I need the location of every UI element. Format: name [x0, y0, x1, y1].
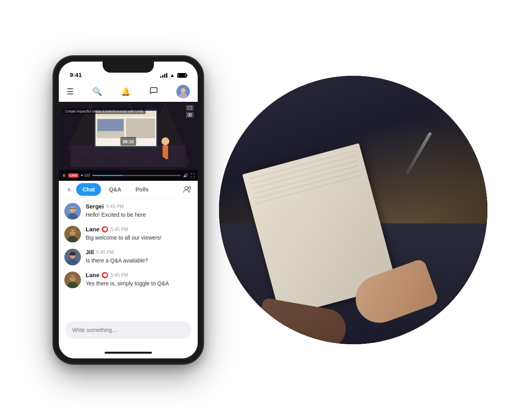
- status-icons: ▲: [160, 72, 187, 78]
- message-name-3: Jill: [86, 249, 94, 255]
- viewer-count: ● 123: [81, 173, 90, 177]
- svg-rect-39: [73, 231, 75, 232]
- tab-qa[interactable]: Q&A: [103, 183, 127, 196]
- chat-messages-list: Sergei 5:45 PM Hello! Excited to be here: [59, 198, 198, 317]
- tabs-bar: ∧ Chat Q&A Polls: [59, 181, 198, 198]
- video-control-btn-1[interactable]: [186, 105, 194, 111]
- chevron-up-icon: ∧: [67, 186, 71, 193]
- status-time: 9:41: [70, 71, 82, 78]
- video-overlay-top: Create impactful online & hybrid events …: [59, 105, 198, 118]
- nav-bar: ☰ 🔍 🔔: [59, 81, 198, 102]
- message-header-3: Jill 5:45 PM: [86, 249, 192, 255]
- tab-chat[interactable]: Chat: [76, 183, 101, 196]
- svg-point-22: [145, 159, 154, 167]
- svg-point-23: [157, 157, 166, 164]
- avatar-lane-2: [64, 272, 81, 288]
- live-badge: LIVE: [68, 173, 79, 178]
- home-bar: [105, 352, 152, 354]
- message-content-2: Lane 5:45 PM Big welcome to all our view…: [86, 226, 192, 242]
- svg-rect-15: [163, 145, 168, 159]
- svg-point-1: [181, 88, 185, 93]
- background-circle: [219, 76, 487, 344]
- people-icon[interactable]: [182, 184, 193, 195]
- chat-bubble-icon[interactable]: [149, 86, 158, 97]
- svg-rect-12: [126, 118, 155, 138]
- message-text-3: Is there a Q&A available?: [86, 257, 192, 265]
- message-time-2: 5:45 PM: [111, 227, 128, 232]
- svg-point-44: [69, 275, 76, 281]
- phone-notch: [103, 62, 154, 73]
- message-header-2: Lane 5:45 PM: [86, 226, 192, 232]
- video-timestamp: 08:16: [123, 139, 134, 144]
- chat-message-1: Sergei 5:45 PM Hello! Excited to be here: [64, 203, 192, 219]
- svg-point-29: [185, 186, 188, 189]
- message-content-3: Jill 5:45 PM Is there a Q&A available?: [86, 249, 192, 265]
- svg-point-16: [70, 159, 79, 167]
- svg-rect-34: [69, 208, 76, 209]
- message-time-3: 5:45 PM: [96, 249, 114, 255]
- signal-bar-3: [164, 74, 165, 78]
- svg-rect-46: [70, 277, 72, 278]
- background-image: [219, 76, 487, 344]
- avatar-jill: [64, 249, 81, 265]
- video-progress-bar[interactable]: [92, 175, 181, 176]
- svg-rect-38: [70, 231, 72, 232]
- message-header-1: Sergei 5:45 PM: [86, 203, 192, 210]
- user-avatar[interactable]: [176, 85, 190, 98]
- chat-input[interactable]: [65, 321, 191, 339]
- video-top-controls: [186, 105, 194, 118]
- message-content-4: Lane 5:45 PM Yes there is, simply toggle…: [86, 272, 192, 288]
- phone-screen: 9:41 ▲: [59, 62, 198, 358]
- avatar-lane-1: [64, 226, 81, 242]
- svg-point-14: [161, 137, 169, 145]
- message-time-4: 5:45 PM: [111, 272, 128, 278]
- svg-rect-27: [188, 113, 189, 116]
- svg-rect-13: [97, 119, 124, 131]
- scene: 9:41 ▲: [41, 21, 476, 399]
- home-indicator: [59, 347, 198, 358]
- svg-rect-26: [188, 106, 192, 109]
- message-text-4: Yes there is, simply toggle to Q&A: [86, 280, 192, 288]
- message-header-4: Lane 5:45 PM: [86, 272, 192, 278]
- message-text-1: Hello! Excited to be here: [86, 211, 192, 219]
- chat-message-3: Jill 5:45 PM Is there a Q&A available?: [64, 249, 192, 265]
- notebook-line: [255, 170, 360, 199]
- signal-bars-icon: [160, 73, 167, 78]
- svg-point-25: [181, 158, 189, 165]
- notebook-line: [256, 175, 362, 204]
- search-icon[interactable]: 🔍: [92, 87, 102, 96]
- battery-fill: [178, 74, 185, 77]
- video-progress-fill: [92, 175, 123, 176]
- chat-message-2: Lane 5:45 PM Big welcome to all our view…: [64, 226, 192, 242]
- message-name-1: Sergei: [86, 203, 104, 210]
- svg-point-30: [188, 187, 191, 189]
- menu-icon[interactable]: ☰: [67, 87, 74, 96]
- message-time-1: 5:45 PM: [106, 204, 124, 209]
- signal-bar-4: [166, 73, 167, 78]
- message-text-2: Big welcome to all our viewers!: [86, 234, 192, 242]
- message-content-1: Sergei 5:45 PM Hello! Excited to be here: [86, 203, 192, 219]
- chat-input-section: [59, 317, 198, 347]
- volume-icon[interactable]: 🔊: [183, 173, 188, 178]
- svg-rect-47: [73, 277, 75, 278]
- svg-point-24: [169, 159, 178, 167]
- phone-wrapper: 9:41 ▲: [53, 56, 203, 364]
- video-player[interactable]: Create impactful online & hybrid events …: [59, 102, 198, 181]
- tab-polls[interactable]: Polls: [129, 183, 155, 196]
- collapse-button[interactable]: ∧: [64, 184, 75, 195]
- fullscreen-icon[interactable]: ⛶: [190, 173, 195, 178]
- phone-device: 9:41 ▲: [53, 56, 203, 364]
- message-name-4: Lane: [86, 272, 99, 278]
- message-name-2: Lane: [86, 226, 99, 232]
- video-banner-text: Create impactful online & hybrid events …: [63, 109, 146, 114]
- svg-rect-28: [190, 113, 191, 116]
- video-control-btn-2[interactable]: [186, 112, 194, 118]
- moderator-badge-2: [102, 272, 108, 278]
- svg-point-32: [69, 206, 76, 213]
- bell-icon[interactable]: 🔔: [121, 87, 131, 96]
- chat-message-4: Lane 5:45 PM Yes there is, simply toggle…: [64, 272, 192, 288]
- play-pause-icon[interactable]: ⏸: [62, 173, 66, 178]
- battery-icon: [177, 73, 187, 78]
- svg-point-17: [82, 157, 91, 165]
- svg-point-19: [106, 157, 114, 164]
